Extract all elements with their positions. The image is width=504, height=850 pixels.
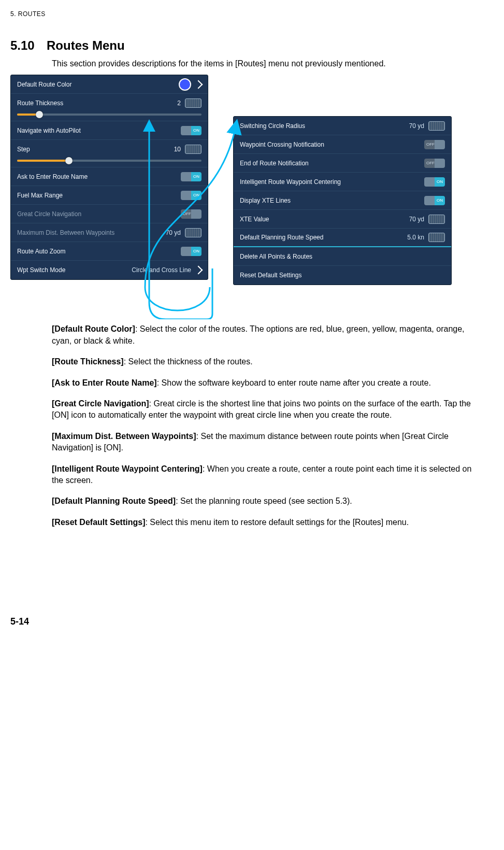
desc-item: [Default Route Color]: Select the color …	[52, 323, 473, 347]
toggle-on[interactable]: ON	[181, 247, 201, 256]
label: Default Route Color	[17, 81, 175, 88]
label: Reset Default Settings	[240, 272, 445, 279]
desc-item: [Great Circle Navigation]: Great circle …	[52, 398, 473, 421]
toggle-on[interactable]: ON	[181, 126, 201, 135]
label: Waypoint Crossing Notification	[240, 141, 420, 148]
row-wpt-switch-mode[interactable]: Wpt Switch Mode Circle and Cross Line	[11, 261, 208, 279]
slider[interactable]	[17, 114, 201, 116]
row-route-auto-zoom[interactable]: Route Auto Zoom ON	[11, 242, 208, 261]
row-navigate-autopilot[interactable]: Navigate with AutoPilot ON	[11, 121, 208, 140]
value: 70 yd	[166, 229, 181, 236]
desc-item: [Maximum Dist. Between Waypoints]: Set t…	[52, 431, 473, 454]
toggle-on[interactable]: ON	[424, 196, 445, 205]
keyboard-icon[interactable]	[428, 215, 445, 224]
label: Navigate with AutoPilot	[17, 127, 177, 134]
page-number: 5-14	[10, 616, 473, 627]
section-intro: This section provides descriptions for t…	[52, 58, 473, 69]
label: Step	[17, 146, 170, 153]
row-end-route-notif[interactable]: End of Route Notification OFF	[234, 154, 451, 173]
label: Route Auto Zoom	[17, 248, 177, 255]
row-intelligent-centering[interactable]: Intelligent Route Waypoint Centering ON	[234, 173, 451, 191]
row-great-circle-nav[interactable]: Great Circle Navigation OFF	[11, 205, 208, 223]
toggle-off[interactable]: OFF	[424, 140, 445, 149]
routes-menu-panel-2: Switching Circle Radius 70 yd Waypoint C…	[233, 116, 452, 285]
section-heading: 5.10Routes Menu	[10, 38, 473, 53]
value: 10	[174, 146, 181, 153]
toggle-off[interactable]: OFF	[181, 209, 201, 219]
keyboard-icon[interactable]	[185, 228, 201, 237]
routes-menu-panel-1: Default Route Color Route Thickness 2 Na…	[10, 75, 208, 280]
row-fuel-max-range[interactable]: Fuel Max Range ON	[11, 186, 208, 205]
toggle-on[interactable]: ON	[181, 172, 201, 181]
value: 70 yd	[409, 216, 424, 223]
label: Display XTE Lines	[240, 197, 420, 204]
row-switching-circle-radius[interactable]: Switching Circle Radius 70 yd	[234, 117, 451, 135]
row-reset-defaults[interactable]: Reset Default Settings	[234, 266, 451, 285]
label: Fuel Max Range	[17, 192, 177, 199]
value: Circle and Cross Line	[132, 266, 191, 274]
label: Route Thickness	[17, 100, 173, 107]
desc-item: [Default Planning Route Speed]: Set the …	[52, 495, 473, 507]
label: XTE Value	[240, 216, 405, 223]
desc-item: [Reset Default Settings]: Select this me…	[52, 517, 473, 528]
row-default-planning-speed[interactable]: Default Planning Route Speed 5.0 kn	[234, 229, 451, 247]
row-waypoint-crossing-notif[interactable]: Waypoint Crossing Notification OFF	[234, 135, 451, 154]
keyboard-icon[interactable]	[428, 121, 445, 131]
keyboard-icon[interactable]	[428, 233, 445, 242]
row-step[interactable]: Step 10	[11, 140, 208, 167]
label: Intelligent Route Waypoint Centering	[240, 178, 420, 186]
chevron-right-icon	[194, 80, 203, 89]
label: Delete All Points & Routes	[240, 253, 445, 260]
desc-item: [Intelligent Route Waypoint Centering]: …	[52, 463, 473, 487]
row-delete-all[interactable]: Delete All Points & Routes	[234, 247, 451, 266]
chevron-right-icon	[194, 266, 203, 275]
row-route-thickness[interactable]: Route Thickness 2	[11, 94, 208, 121]
keyboard-icon[interactable]	[185, 145, 201, 154]
row-ask-enter-name[interactable]: Ask to Enter Route Name ON	[11, 167, 208, 186]
color-swatch-icon	[179, 78, 191, 91]
toggle-on[interactable]: ON	[181, 191, 201, 200]
chapter-header: 5. ROUTES	[10, 10, 473, 18]
toggle-off[interactable]: OFF	[424, 159, 445, 168]
row-display-xte-lines[interactable]: Display XTE Lines ON	[234, 191, 451, 210]
label: Ask to Enter Route Name	[17, 173, 177, 180]
desc-item: [Route Thickness]: Select the thickness …	[52, 356, 473, 367]
value: 2	[177, 100, 181, 107]
label: Great Circle Navigation	[17, 210, 177, 218]
row-xte-value[interactable]: XTE Value 70 yd	[234, 210, 451, 229]
descriptions-block: [Default Route Color]: Select the color …	[52, 323, 473, 528]
slider[interactable]	[17, 160, 201, 162]
value: 5.0 kn	[407, 234, 424, 241]
label: Default Planning Route Speed	[240, 234, 403, 241]
screenshot-figure: Default Route Color Route Thickness 2 Na…	[10, 75, 473, 308]
value: 70 yd	[409, 122, 424, 130]
toggle-on[interactable]: ON	[424, 177, 445, 187]
label: Switching Circle Radius	[240, 122, 405, 130]
label: Maximum Dist. Between Waypoints	[17, 229, 162, 236]
label: End of Route Notification	[240, 160, 420, 167]
row-default-route-color[interactable]: Default Route Color	[11, 75, 208, 94]
label: Wpt Switch Mode	[17, 266, 127, 274]
section-title-text: Routes Menu	[47, 38, 125, 52]
keyboard-icon[interactable]	[185, 98, 201, 108]
desc-item: [Ask to Enter Route Name]: Show the soft…	[52, 377, 473, 389]
row-max-dist-waypoints[interactable]: Maximum Dist. Between Waypoints 70 yd	[11, 223, 208, 242]
section-number: 5.10	[10, 38, 47, 53]
